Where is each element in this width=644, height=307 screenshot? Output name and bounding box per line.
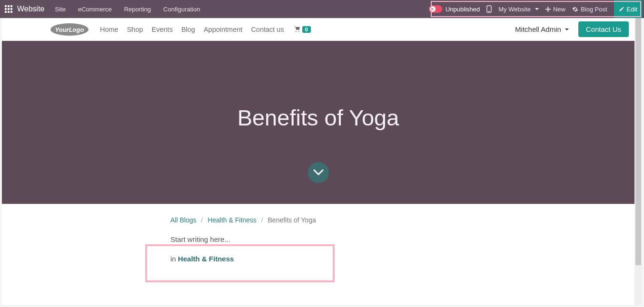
publish-toggle[interactable]: ✕ — [429, 5, 442, 13]
breadcrumb-category[interactable]: Health & Fitness — [208, 216, 257, 224]
app-brand[interactable]: Website — [17, 5, 45, 13]
svg-rect-3 — [5, 8, 7, 10]
cart-icon — [293, 26, 301, 33]
my-website-dropdown[interactable]: My Website — [498, 6, 539, 13]
nav-appointment[interactable]: Appointment — [204, 26, 242, 33]
cart-button[interactable]: 0 — [293, 26, 311, 33]
scroll-thumb[interactable] — [635, 18, 641, 265]
plus-icon — [545, 7, 551, 12]
new-button[interactable]: New — [545, 6, 565, 13]
site-navbar: YourLogo Home Shop Events Blog Appointme… — [2, 18, 634, 41]
hero-banner: Benefits of Yoga — [2, 41, 634, 204]
svg-rect-5 — [10, 8, 12, 10]
contact-us-button[interactable]: Contact Us — [578, 21, 629, 37]
edit-button[interactable]: Edit — [614, 0, 642, 18]
menu-reporting[interactable]: Reporting — [124, 6, 151, 13]
svg-rect-0 — [5, 5, 7, 7]
mobile-preview-icon[interactable] — [486, 5, 492, 13]
chevron-down-icon — [313, 169, 324, 176]
blog-body: All Blogs / Health & Fitness / Benefits … — [2, 204, 634, 263]
breadcrumb-sep: / — [201, 216, 203, 224]
page-content: YourLogo Home Shop Events Blog Appointme… — [2, 18, 634, 305]
edit-label: Edit — [627, 6, 637, 13]
scroll-down-button[interactable] — [308, 162, 329, 183]
user-dropdown[interactable]: Mitchell Admin — [515, 25, 569, 33]
category-line: in Health & Fitness — [170, 255, 634, 263]
breadcrumb-current: Benefits of Yoga — [268, 216, 316, 224]
cart-count-badge: 0 — [302, 26, 311, 33]
nav-contact-us[interactable]: Contact us — [251, 26, 284, 33]
site-nav-links: Home Shop Events Blog Appointment Contac… — [100, 26, 284, 33]
content-placeholder[interactable]: Start writing here... — [170, 235, 634, 243]
svg-rect-6 — [5, 11, 7, 13]
svg-rect-2 — [10, 5, 12, 7]
chevron-down-icon — [565, 29, 569, 30]
gear-icon — [572, 6, 578, 12]
vertical-scrollbar[interactable] — [634, 18, 642, 305]
category-link[interactable]: Health & Fitness — [178, 255, 234, 263]
blog-post-label: Blog Post — [581, 6, 607, 13]
odoo-top-bar: Website Site eCommerce Reporting Configu… — [0, 0, 644, 18]
my-website-label: My Website — [498, 6, 531, 13]
svg-rect-7 — [8, 11, 10, 13]
in-label: in — [170, 255, 176, 263]
breadcrumb: All Blogs / Health & Fitness / Benefits … — [170, 216, 634, 224]
top-right-tools: ✕ Unpublished My Website New Blog Post — [429, 0, 642, 18]
nav-home[interactable]: Home — [100, 26, 119, 33]
new-label: New — [553, 6, 565, 13]
breadcrumb-all-blogs[interactable]: All Blogs — [170, 216, 196, 224]
site-logo[interactable]: YourLogo — [50, 22, 89, 37]
apps-icon[interactable] — [5, 5, 12, 13]
publish-toggle-group: ✕ Unpublished — [429, 5, 480, 13]
menu-ecommerce[interactable]: eCommerce — [78, 6, 112, 13]
nav-events[interactable]: Events — [152, 26, 173, 33]
top-menu: Site eCommerce Reporting Configuration — [55, 6, 200, 13]
unpublished-label: Unpublished — [446, 6, 480, 13]
blog-post-title: Benefits of Yoga — [238, 105, 399, 131]
close-x-icon: ✕ — [430, 6, 436, 12]
breadcrumb-sep: / — [261, 216, 263, 224]
menu-configuration[interactable]: Configuration — [163, 6, 200, 13]
nav-blog[interactable]: Blog — [181, 26, 195, 33]
svg-text:YourLogo: YourLogo — [55, 26, 84, 33]
svg-rect-1 — [8, 5, 10, 7]
svg-rect-4 — [8, 8, 10, 10]
user-name: Mitchell Admin — [515, 25, 561, 33]
chevron-down-icon — [535, 8, 539, 10]
site-nav-right: Mitchell Admin Contact Us — [515, 21, 629, 37]
svg-rect-8 — [10, 11, 12, 13]
pencil-icon — [619, 6, 624, 12]
nav-shop[interactable]: Shop — [127, 26, 143, 33]
blog-post-settings-button[interactable]: Blog Post — [572, 6, 607, 13]
menu-site[interactable]: Site — [55, 6, 66, 13]
